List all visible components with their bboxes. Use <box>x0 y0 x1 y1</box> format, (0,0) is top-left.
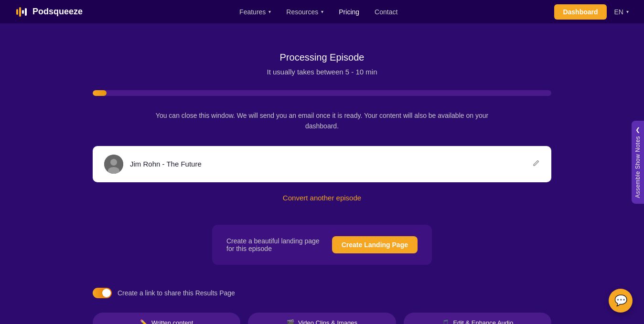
episode-name: Jim Rohn - The Future <box>130 160 526 168</box>
processing-subtitle: It usually takes between 5 - 10 min <box>267 68 377 76</box>
nav-center: Features ▾ Resources ▾ Pricing Contact <box>239 8 397 16</box>
side-panel[interactable]: ❮ Assemble Show Notes <box>632 120 644 203</box>
logo[interactable]: Podsqueeze <box>15 5 83 19</box>
toggle-knob <box>102 289 111 297</box>
nav-resources[interactable]: Resources ▾ <box>286 8 323 16</box>
logo-icon <box>15 5 29 19</box>
lang-chevron-icon: ▾ <box>626 9 629 14</box>
chevron-down-icon: ▾ <box>321 9 323 14</box>
svg-rect-0 <box>16 9 18 15</box>
progress-bar-fill <box>93 90 107 96</box>
edit-audio-button[interactable]: 🎵 Edit & Enhance Audio <box>404 313 551 324</box>
navbar: Podsqueeze Features ▾ Resources ▾ Pricin… <box>0 0 644 23</box>
side-panel-label: Assemble Show Notes <box>634 136 641 198</box>
landing-page-box: Create a beautiful landing page for this… <box>212 225 432 265</box>
language-selector[interactable]: EN ▾ <box>614 8 629 16</box>
video-clips-button[interactable]: 🎬 Video Clips & Images <box>248 313 396 324</box>
bottom-buttons: ✏️ Written content 🎬 Video Clips & Image… <box>93 313 551 324</box>
convert-link[interactable]: Convert another episode <box>283 194 361 202</box>
create-landing-page-button[interactable]: Create Landing Page <box>332 236 418 253</box>
edit-icon[interactable] <box>532 159 540 168</box>
share-toggle[interactable] <box>93 288 112 298</box>
share-row: Create a link to share this Results Page <box>93 288 551 298</box>
nav-pricing[interactable]: Pricing <box>339 8 359 16</box>
nav-contact[interactable]: Contact <box>375 8 397 16</box>
svg-rect-1 <box>19 7 21 17</box>
video-icon: 🎬 <box>287 319 294 324</box>
logo-text: Podsqueeze <box>32 7 83 17</box>
info-text: You can close this window. We will send … <box>140 110 504 132</box>
svg-rect-3 <box>25 8 27 16</box>
svg-rect-2 <box>22 10 24 14</box>
chat-button[interactable]: 💬 <box>609 289 633 313</box>
main-content: Processing Episode It usually takes betw… <box>0 23 644 324</box>
audio-icon: 🎵 <box>441 319 449 324</box>
nav-right: Dashboard EN ▾ <box>554 4 629 20</box>
svg-point-5 <box>110 159 117 166</box>
processing-title: Processing Episode <box>280 52 365 63</box>
nav-features[interactable]: Features ▾ <box>239 8 271 16</box>
written-content-button[interactable]: ✏️ Written content <box>93 313 240 324</box>
landing-page-text: Create a beautiful landing page for this… <box>226 237 322 252</box>
share-label: Create a link to share this Results Page <box>118 289 235 297</box>
chevron-down-icon: ▾ <box>268 9 271 14</box>
progress-bar-container <box>93 90 551 96</box>
side-chevron-icon: ❮ <box>635 126 640 133</box>
chat-icon: 💬 <box>614 294 627 307</box>
episode-card: Jim Rohn - The Future <box>93 146 551 182</box>
dashboard-button[interactable]: Dashboard <box>554 4 606 20</box>
written-icon: ✏️ <box>140 319 148 324</box>
avatar <box>104 155 123 174</box>
